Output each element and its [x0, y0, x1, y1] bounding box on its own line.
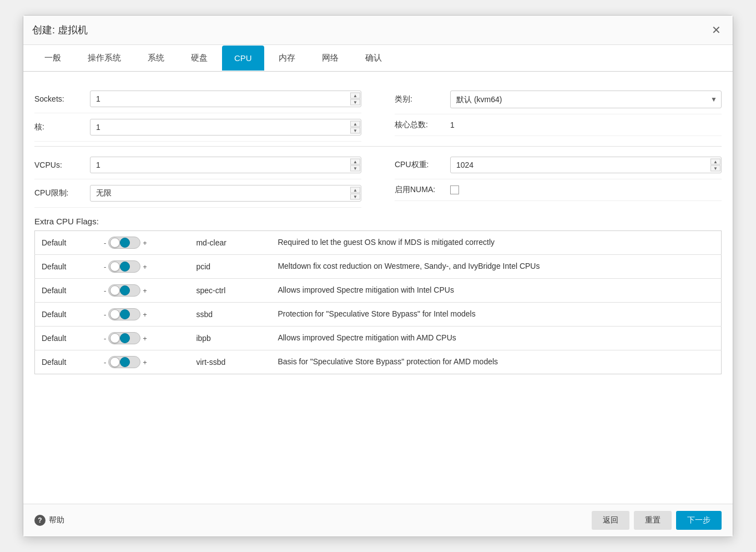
footer-buttons: 返回 重置 下一步	[592, 511, 722, 530]
flag-name: virt-ssbd	[189, 350, 271, 374]
flag-toggle-cell: - +	[97, 279, 189, 303]
cpu-weight-up[interactable]: ▲	[710, 159, 720, 165]
flag-default-label: Default	[35, 350, 97, 374]
reset-button[interactable]: 重置	[634, 511, 672, 530]
flag-name: md-clear	[189, 231, 271, 255]
footer: ? 帮助 返回 重置 下一步	[23, 504, 733, 536]
toggle-minus-icon: -	[104, 287, 106, 295]
back-button[interactable]: 返回	[592, 511, 629, 530]
flag-default-label: Default	[35, 231, 97, 255]
section-divider	[34, 146, 722, 147]
next-button[interactable]: 下一步	[676, 511, 722, 530]
tab-cpu[interactable]: CPU	[222, 46, 264, 71]
tab-system[interactable]: 系统	[135, 45, 177, 71]
title-bar: 创建: 虚拟机 ✕	[23, 16, 733, 45]
flag-row: Default - + ibpb Allows improved Spectre…	[35, 327, 722, 350]
tab-disk[interactable]: 硬盘	[179, 45, 220, 71]
tab-memory[interactable]: 内存	[266, 45, 308, 71]
sockets-label: Sockets:	[34, 94, 90, 103]
toggle-plus-icon: +	[143, 310, 147, 319]
toggle-track[interactable]	[108, 284, 140, 297]
toggle-track[interactable]	[108, 260, 140, 273]
total-cores-value: 1	[450, 121, 455, 129]
total-cores-label: 核心总数:	[395, 120, 450, 130]
vcpus-down[interactable]: ▼	[350, 165, 360, 172]
toggle-dot-off	[110, 262, 120, 272]
vcpus-label: VCPUs:	[34, 160, 90, 169]
cpu-limit-up[interactable]: ▲	[350, 187, 360, 193]
tab-network[interactable]: 网络	[310, 45, 351, 71]
flag-row: Default - + md-clear Required to let the…	[35, 231, 722, 255]
sockets-up[interactable]: ▲	[350, 93, 360, 99]
cores-up[interactable]: ▲	[350, 121, 360, 127]
tab-general[interactable]: 一般	[32, 45, 73, 71]
help-label: 帮助	[49, 515, 64, 525]
flag-toggle: - +	[104, 356, 183, 368]
numa-checkbox[interactable]	[450, 185, 459, 194]
flag-description: Allows improved Spectre mitigation with …	[271, 327, 721, 350]
left-column-2: VCPUs: ▲ ▼ CPU限制: ▲	[34, 151, 361, 208]
toggle-plus-icon: +	[143, 358, 147, 367]
flag-description: Protection for "Speculative Store Bypass…	[271, 303, 721, 327]
help-button[interactable]: ? 帮助	[34, 515, 64, 526]
cores-row: 核: ▲ ▼	[34, 113, 361, 142]
toggle-dot-on	[120, 238, 130, 248]
toggle-track[interactable]	[108, 332, 140, 344]
numa-label: 启用NUMA:	[395, 185, 450, 195]
flag-row: Default - + virt-ssbd Basis for "Specula…	[35, 350, 722, 374]
flag-row: Default - + pcid Meltdown fix cost reduc…	[35, 255, 722, 279]
cpu-limit-input[interactable]	[90, 185, 361, 202]
flag-row: Default - + spec-ctrl Allows improved Sp…	[35, 279, 722, 303]
flag-toggle: - +	[104, 260, 183, 273]
flag-description: Basis for "Speculative Store Bypass" pro…	[271, 350, 721, 374]
right-column-2: CPU权重: ▲ ▼ 启用NUMA:	[395, 151, 722, 208]
cores-down[interactable]: ▼	[350, 128, 360, 134]
toggle-dot-on	[120, 262, 130, 272]
flag-toggle-cell: - +	[97, 255, 189, 279]
vcpus-input[interactable]	[90, 157, 361, 173]
flag-toggle-cell: - +	[97, 327, 189, 350]
toggle-track[interactable]	[108, 356, 140, 368]
create-vm-dialog: 创建: 虚拟机 ✕ 一般 操作系统 系统 硬盘 CPU 内存 网络 确认 Soc…	[23, 15, 733, 537]
cpu-weight-input[interactable]	[450, 157, 722, 173]
sockets-control: ▲ ▼	[90, 91, 361, 107]
toggle-track[interactable]	[108, 308, 140, 320]
tab-os[interactable]: 操作系统	[75, 45, 133, 71]
toggle-dot-off	[110, 309, 120, 319]
sockets-down[interactable]: ▼	[350, 99, 360, 106]
sockets-input[interactable]	[90, 91, 361, 107]
cpu-limit-control: ▲ ▼	[90, 185, 361, 202]
flag-name: ibpb	[189, 327, 271, 350]
help-icon: ?	[34, 515, 46, 526]
category-row: 类别: 默认 (kvm64) ▼	[395, 85, 722, 114]
flag-toggle: - +	[104, 284, 183, 297]
cpu-limit-down[interactable]: ▼	[350, 194, 360, 200]
cpu-flags-table: Default - + md-clear Required to let the…	[34, 230, 722, 374]
flag-name: spec-ctrl	[189, 279, 271, 303]
total-cores-row: 核心总数: 1	[395, 114, 722, 136]
cpu-weight-label: CPU权重:	[395, 160, 450, 170]
dialog-title: 创建: 虚拟机	[32, 23, 88, 37]
flag-toggle: - +	[104, 308, 183, 320]
cores-input[interactable]	[90, 119, 361, 136]
close-button[interactable]: ✕	[708, 22, 724, 38]
toggle-minus-icon: -	[104, 310, 106, 319]
cpu-weight-spinner: ▲ ▼	[710, 159, 720, 172]
vcpus-spinner: ▲ ▼	[350, 159, 360, 172]
toggle-dot-on	[120, 309, 130, 319]
toggle-dot-off	[110, 238, 120, 248]
right-column: 类别: 默认 (kvm64) ▼ 核心总数: 1	[395, 85, 722, 142]
vcpus-up[interactable]: ▲	[350, 159, 360, 165]
tab-confirm[interactable]: 确认	[353, 45, 394, 71]
flag-description: Meltdown fix cost reduction on Westmere,…	[271, 255, 721, 279]
toggle-minus-icon: -	[104, 263, 106, 271]
content-area: Sockets: ▲ ▼ 核: ▲	[23, 72, 733, 504]
category-select[interactable]: 默认 (kvm64)	[450, 91, 722, 108]
flag-default-label: Default	[35, 279, 97, 303]
flag-row: Default - + ssbd Protection for "Specula…	[35, 303, 722, 327]
toggle-track[interactable]	[108, 237, 140, 249]
cpu-limit-label: CPU限制:	[34, 188, 90, 198]
flag-default-label: Default	[35, 327, 97, 350]
cpu-weight-down[interactable]: ▼	[710, 165, 720, 172]
flag-description: Required to let the guest OS know if MDS…	[271, 231, 721, 255]
